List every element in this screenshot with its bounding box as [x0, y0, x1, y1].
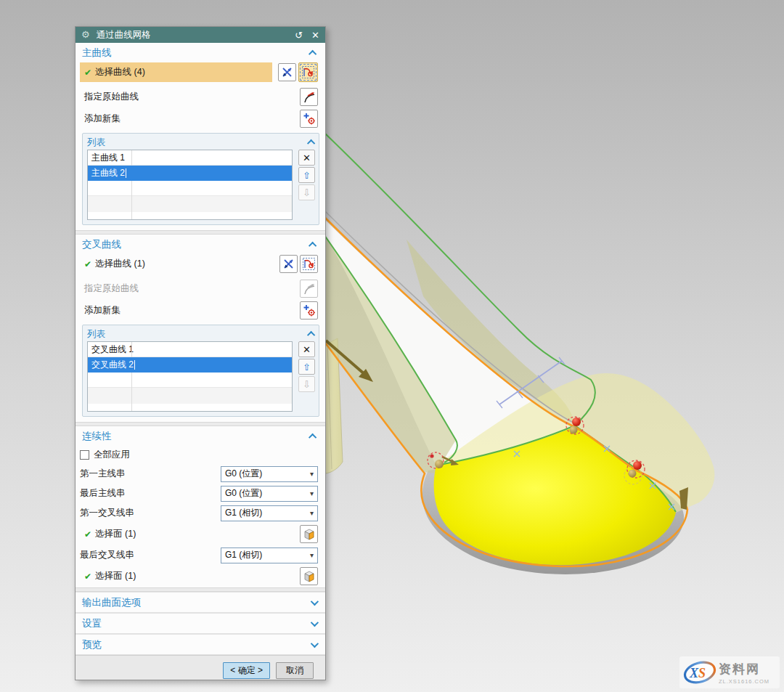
origin-curve-field: 指定原始曲线 — [80, 279, 294, 298]
select-curve-field[interactable]: ✔ 选择曲线 (1) — [80, 254, 274, 274]
first-main-string-dropdown[interactable]: G0 (位置) ▾ — [221, 466, 318, 482]
dialog-footer: < 确定 > 取消 — [75, 655, 325, 680]
swap-direction-button[interactable] — [279, 255, 298, 273]
move-down-button[interactable]: ⇩ — [298, 184, 315, 200]
section-header-continuity[interactable]: 连续性 — [75, 426, 325, 446]
list-item[interactable]: 交叉曲线 1 — [88, 342, 292, 357]
add-set-icon — [303, 112, 316, 125]
curve-selection-mode-button[interactable] — [300, 255, 318, 273]
section-header-main-curve[interactable]: 主曲线 — [75, 43, 325, 62]
select-curve-label: 选择曲线 (1) — [95, 258, 145, 270]
remove-item-button[interactable]: ✕ — [298, 341, 315, 357]
first-cross-string-label: 第一交叉线串 — [80, 507, 221, 519]
add-new-set-field[interactable]: 添加新集 — [80, 109, 294, 128]
section-header-cross-curve[interactable]: 交叉曲线 — [75, 235, 325, 254]
cross-curve-list-group: 列表 交叉曲线 1 交叉曲线 2 — [82, 325, 319, 417]
crossed-arrows-icon — [282, 258, 295, 270]
svg-text:XS: XS — [689, 666, 706, 680]
last-cross-string-dropdown[interactable]: G1 (相切) ▾ — [221, 548, 318, 563]
main-select-curve-row: ✔ 选择曲线 (4) — [75, 62, 325, 82]
through-curve-mesh-dialog: ⚙ 通过曲线网格 ↺ ✕ 主曲线 ✔ 选择曲线 (4) — [75, 26, 326, 680]
list-item-selected[interactable]: 主曲线 2 — [88, 166, 292, 181]
face-select-button[interactable] — [300, 567, 318, 585]
text-caret — [134, 360, 135, 370]
main-curve-list[interactable]: 主曲线 1 主曲线 2 — [87, 150, 293, 220]
watermark: XS 资料网 ZL.XS1616.COM — [679, 656, 780, 688]
move-down-button[interactable]: ⇩ — [298, 376, 315, 392]
dialog-title: 通过曲线网格 — [97, 29, 287, 41]
section-header-preview[interactable]: 预览 — [75, 634, 325, 655]
section-label: 预览 — [82, 638, 311, 651]
origin-curve-button-disabled — [300, 280, 318, 298]
cross-origin-curve-row: 指定原始曲线 — [75, 279, 325, 298]
add-new-set-button[interactable] — [300, 301, 318, 319]
chevron-down-icon — [311, 597, 319, 605]
select-face-label: 选择面 (1) — [95, 528, 136, 540]
select-face-row-2: ✔ 选择面 (1) — [75, 565, 325, 587]
select-face-field[interactable]: ✔ 选择面 (1) — [80, 524, 294, 544]
cube-face-icon — [302, 569, 317, 584]
reset-icon[interactable]: ↺ — [295, 30, 303, 41]
list-column-divider — [131, 150, 132, 219]
list-header-label: 列表 — [87, 328, 309, 341]
last-main-string-dropdown[interactable]: G0 (位置) ▾ — [221, 486, 318, 502]
curve-selection-mode-button[interactable] — [298, 62, 318, 82]
section-label: 主曲线 — [82, 46, 311, 60]
list-item-empty[interactable] — [88, 373, 292, 388]
origin-curve-label: 指定原始曲线 — [84, 282, 139, 295]
list-item[interactable]: 主曲线 1 — [88, 150, 292, 166]
select-curve-field[interactable]: ✔ 选择曲线 (4) — [80, 62, 272, 82]
watermark-url: ZL.XS1616.COM — [719, 678, 769, 685]
list-item-selected[interactable]: 交叉曲线 2 — [88, 357, 292, 373]
origin-curve-button[interactable] — [300, 88, 318, 106]
move-up-button[interactable]: ⇧ — [298, 167, 315, 183]
select-curve-label: 选择曲线 (4) — [95, 66, 145, 78]
origin-curve-icon — [303, 91, 316, 104]
check-icon: ✔ — [84, 259, 91, 269]
origin-curve-field[interactable]: 指定原始曲线 — [80, 87, 294, 107]
list-group-header[interactable]: 列表 — [87, 327, 315, 341]
remove-item-button[interactable]: ✕ — [298, 150, 315, 166]
list-item-empty[interactable] — [88, 181, 292, 196]
section-label: 设置 — [82, 617, 311, 630]
swap-direction-button[interactable] — [278, 63, 296, 81]
cross-curve-list[interactable]: 交叉曲线 1 交叉曲线 2 — [87, 341, 293, 412]
first-main-string-row: 第一主线串 G0 (位置) ▾ — [75, 464, 325, 484]
last-main-string-label: 最后主线串 — [80, 487, 221, 500]
list-item-empty[interactable] — [88, 388, 292, 404]
list-group-header[interactable]: 列表 — [87, 135, 315, 150]
last-cross-string-label: 最后交叉线串 — [80, 549, 221, 561]
list-item-empty[interactable] — [88, 196, 292, 212]
cross-select-curve-row: ✔ 选择曲线 (1) — [75, 254, 325, 274]
close-icon[interactable]: ✕ — [311, 30, 319, 41]
section-label: 交叉曲线 — [82, 238, 311, 251]
section-label: 连续性 — [82, 430, 311, 443]
direction-arrow-toe[interactable] — [679, 487, 688, 510]
add-new-set-field[interactable]: 添加新集 — [80, 301, 294, 319]
chevron-down-icon — [311, 618, 319, 626]
apply-all-checkbox[interactable] — [80, 450, 89, 460]
add-new-set-label: 添加新集 — [84, 113, 121, 125]
main-curve-list-group: 列表 主曲线 1 主曲线 2 — [82, 133, 319, 225]
origin-curve-label: 指定原始曲线 — [84, 91, 139, 103]
cancel-button[interactable]: 取消 — [276, 662, 314, 679]
dialog-body: 主曲线 ✔ 选择曲线 (4) — [75, 43, 325, 680]
first-cross-string-dropdown[interactable]: G1 (相切) ▾ — [221, 505, 318, 521]
section-header-settings[interactable]: 设置 — [75, 613, 325, 634]
chevron-down-icon — [311, 639, 319, 647]
gear-icon: ⚙ — [81, 27, 90, 43]
check-icon: ✔ — [84, 68, 91, 78]
ok-button[interactable]: < 确定 > — [223, 662, 270, 679]
chevron-down-icon: ▾ — [310, 470, 314, 478]
section-header-output-options[interactable]: 输出曲面选项 — [75, 592, 325, 613]
list-header-label: 列表 — [87, 137, 309, 149]
chevron-down-icon: ▾ — [310, 551, 314, 559]
add-new-set-button[interactable] — [300, 110, 318, 128]
dialog-titlebar[interactable]: ⚙ 通过曲线网格 ↺ ✕ — [75, 27, 325, 43]
add-set-icon — [303, 304, 316, 317]
face-select-button[interactable] — [300, 525, 318, 543]
move-up-button[interactable]: ⇧ — [298, 359, 315, 375]
watermark-name: 资料网 — [719, 661, 769, 677]
section-label: 输出曲面选项 — [82, 596, 311, 609]
select-face-field[interactable]: ✔ 选择面 (1) — [80, 566, 294, 586]
